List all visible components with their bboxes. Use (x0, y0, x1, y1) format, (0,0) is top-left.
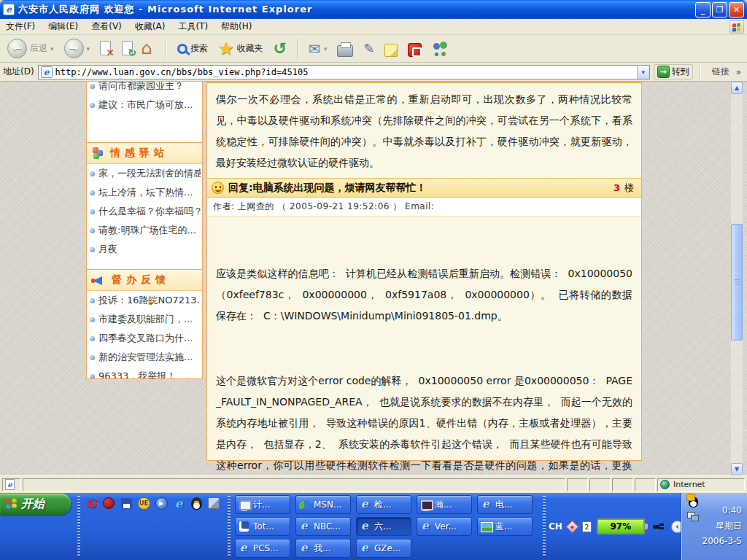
url-text[interactable]: http://www.luan.gov.cn/bbs/bbs_view.php?… (55, 67, 637, 77)
forward-dropdown-icon[interactable]: ▾ (87, 45, 90, 52)
task-button[interactable]: MSN... (295, 495, 351, 514)
menu-bar: 文件(F) 编辑(E) 查看(V) 收藏(A) 工具(T) 帮助(H) (0, 19, 747, 35)
task-button[interactable]: NBC... (295, 517, 351, 536)
post-body-partial: 偶尔一次不必理会，系统出错是正常的，重新启动即可，出现次数多了，两种情况比较常见… (207, 83, 641, 178)
forward-icon: → (64, 39, 84, 58)
title-bar: e 六安市人民政府网 欢迎您 - Microsoft Internet Expl… (0, 0, 747, 19)
menu-tools[interactable]: 工具(T) (178, 20, 208, 33)
bullet-icon (90, 190, 95, 195)
battery-indicator[interactable]: 97% (597, 518, 645, 534)
back-dropdown-icon[interactable]: ▾ (50, 45, 54, 52)
task-button[interactable]: GZe... (356, 539, 411, 558)
links-label[interactable]: 链接 (712, 66, 729, 78)
task-button[interactable]: 电... (477, 495, 533, 514)
task-label: PCS... (253, 543, 279, 553)
sidebar-topic-link[interactable]: 家，一段无法割舍的情感 (87, 164, 202, 183)
favorites-button[interactable]: ★ 收藏夹 (215, 38, 266, 60)
sidebar-topic-link[interactable]: 96333，我举报！ (87, 367, 202, 379)
network-tray-icon[interactable] (687, 512, 698, 521)
ultraedit-icon[interactable]: UE (137, 497, 150, 510)
close-button[interactable]: ✕ (729, 2, 744, 18)
address-dropdown-button[interactable]: ▾ (637, 66, 649, 79)
home-button[interactable]: ⌂ (141, 39, 158, 58)
topic-label: 市建委及职能部门，... (98, 313, 193, 326)
qq-tray-icon[interactable] (689, 497, 698, 508)
media-player-icon[interactable]: ▶ (155, 497, 168, 510)
edit-button[interactable]: ✎ (360, 38, 377, 60)
scroll-down-button[interactable]: ▼ (731, 463, 743, 475)
print-button[interactable] (334, 39, 356, 58)
sidebar-topic-link[interactable]: 新的治安管理法实施... (87, 348, 202, 367)
vertical-scrollbar[interactable]: ▲ ▼ (731, 82, 743, 475)
sidebar-topic-link[interactable]: 坛上冷清，坛下热情... (87, 183, 202, 202)
taskbar: 开始 G UE ▶ e 计... MSN... (0, 493, 747, 560)
keyboard-layout-icon[interactable]: 2 (582, 521, 592, 532)
input-method-icon[interactable] (565, 520, 578, 533)
bullet-icon (90, 355, 95, 360)
task-button[interactable]: 瀚... (417, 495, 472, 514)
task-button[interactable]: 蓝... (477, 517, 533, 536)
task-button[interactable]: Ver... (417, 517, 472, 536)
taskbar-clock[interactable]: 0:40 星期日 2006-3-5 (703, 503, 742, 549)
sidebar-topic-link[interactable]: 请问市都蒙园业主？ (87, 82, 202, 96)
start-button[interactable]: 开始 (0, 494, 71, 515)
menu-view[interactable]: 查看(V) (91, 20, 122, 33)
refresh-icon: ↻ (128, 47, 136, 58)
task-button-active[interactable]: 六... (356, 517, 411, 536)
stop-button[interactable]: ✕ (97, 39, 115, 58)
power-plug-icon[interactable] (653, 522, 665, 531)
notes-button[interactable] (382, 39, 400, 58)
floor-number: 3 (614, 182, 620, 193)
people-icon (432, 41, 449, 58)
history-button[interactable]: ↺ (271, 38, 290, 60)
red-app-button[interactable] (405, 39, 425, 58)
sidebar-topic-link[interactable]: 投诉：16路皖NO7213... (87, 291, 202, 310)
topic-label: 月夜 (98, 243, 117, 256)
search-button[interactable]: 搜索 (174, 41, 211, 56)
sidebar-topic-link[interactable]: 市建委及职能部门，... (87, 310, 202, 329)
task-button[interactable]: 检... (356, 495, 411, 514)
go-button[interactable]: → 转到 (654, 64, 693, 79)
mail-dropdown-icon[interactable]: ▾ (324, 45, 328, 52)
menu-edit[interactable]: 编辑(E) (48, 20, 78, 33)
menu-file[interactable]: 文件(F) (6, 20, 35, 33)
sidebar-topic-link[interactable]: 请教:明珠广场住宅的... (87, 221, 202, 240)
task-button[interactable]: 计... (235, 495, 290, 514)
sidebar-topic-link[interactable]: 建议：市民广场可放... (87, 96, 202, 114)
messenger-button[interactable] (429, 38, 452, 60)
red-app-icon (408, 43, 422, 57)
sidebar-topic-link[interactable]: 四季春交叉路口为什... (87, 329, 202, 348)
red-badge-icon[interactable] (102, 497, 115, 510)
back-button[interactable]: ← 后退 ▾ (4, 37, 57, 60)
reply-header-floor3: 回复:电脑系统出现问题，烦请网友帮帮忙！ 3楼 (207, 178, 641, 198)
ie-icon[interactable]: e (172, 497, 185, 510)
globe-icon (660, 480, 670, 489)
favorites-star-icon: ★ (218, 39, 234, 58)
address-input[interactable]: e http://www.luan.gov.cn/bbs/bbs_view.ph… (38, 65, 650, 79)
scroll-up-button[interactable]: ▲ (731, 82, 743, 94)
sidebar-topic-link[interactable]: 什么是幸福？你幸福吗？ (87, 202, 202, 221)
qq-icon[interactable] (190, 497, 203, 510)
sidebar-topic-link[interactable]: 月夜 (87, 240, 202, 259)
task-button[interactable]: 我... (295, 539, 351, 558)
megaphone-icon (91, 274, 106, 287)
scrollbar-thumb[interactable] (731, 224, 743, 341)
links-overflow-icon[interactable]: » (736, 67, 741, 77)
task-button[interactable]: Tot... (235, 517, 290, 536)
mail-button[interactable]: ✉ ▾ (306, 38, 330, 60)
topic-label: 四季春交叉路口为什... (98, 332, 193, 345)
floppy-icon[interactable] (120, 497, 133, 510)
quicklaunch-divider[interactable] (77, 496, 80, 557)
task-button[interactable]: PCS... (235, 539, 290, 558)
forward-button[interactable]: → ▾ (61, 37, 93, 60)
g-app-icon[interactable]: G (85, 497, 98, 510)
minimize-button[interactable]: _ (695, 2, 711, 18)
menu-favorites[interactable]: 收藏(A) (135, 20, 166, 33)
reply-body-floor3: 应该是类似这样的信息吧： 计算机已经从检测错误后重新启动。检测错误： 0x100… (207, 217, 641, 475)
refresh-button[interactable]: ↻ (119, 39, 136, 58)
language-indicator[interactable]: CH (549, 521, 562, 532)
taskband-divider[interactable] (228, 496, 231, 557)
menu-help[interactable]: 帮助(H) (221, 20, 252, 33)
restore-button[interactable]: ❐ (712, 2, 727, 18)
app-icon[interactable] (207, 497, 220, 510)
